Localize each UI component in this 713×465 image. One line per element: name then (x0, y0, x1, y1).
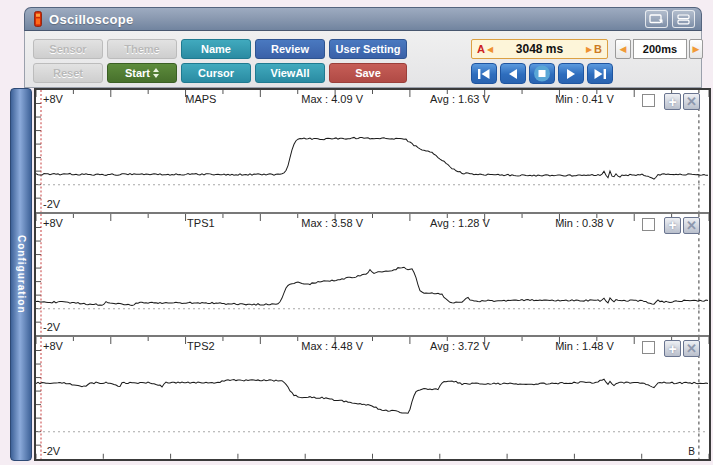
maps-min-value: Min : 0.41 V (555, 93, 614, 105)
tps1-zoom-in-button[interactable]: + (664, 217, 681, 234)
theme-button[interactable]: Theme (107, 39, 177, 59)
cursor-b-label-toolbar: B (594, 43, 602, 55)
channel-maps[interactable]: +8V MAPS Max : 4.09 V Avg : 1.63 V Min :… (36, 90, 709, 214)
skip-to-end-button[interactable] (587, 63, 613, 84)
tps2-min-value: Min : 1.48 V (555, 340, 614, 352)
tps1-max-value: Max : 3.58 V (301, 217, 363, 229)
configuration-tab-label: Configuration (16, 235, 27, 314)
window-title: Oscilloscope (49, 12, 134, 27)
tps2-zoom-in-button[interactable]: + (664, 340, 681, 357)
maps-scale-bottom: -2V (43, 198, 60, 210)
tps2-waveform-plot[interactable] (36, 337, 709, 459)
start-spinner-icon[interactable] (153, 68, 159, 78)
scope-area: Configuration +8V MAPS Max : 4.09 V Avg … (10, 88, 711, 461)
maps-max-value: Max : 4.09 V (301, 93, 363, 105)
tps2-scale-top: +8V (43, 340, 63, 352)
start-button[interactable]: Start (107, 63, 177, 83)
tps1-select-checkbox[interactable] (642, 218, 655, 231)
capture-icon[interactable] (645, 10, 668, 28)
window-layout-icon[interactable] (672, 10, 695, 28)
maps-select-checkbox[interactable] (642, 94, 655, 107)
save-button[interactable]: Save (329, 63, 407, 83)
tps1-channel-name: TPS1 (187, 217, 215, 229)
channel-stack: +8V MAPS Max : 4.09 V Avg : 1.63 V Min :… (34, 88, 711, 461)
tps2-max-value: Max : 4.48 V (301, 340, 363, 352)
play-button[interactable] (558, 63, 584, 84)
toolbar: Sensor Theme Name Review User Setting Re… (24, 31, 702, 88)
maps-scale-top: +8V (43, 93, 63, 105)
skip-to-start-button[interactable] (471, 63, 497, 84)
tps1-scale-bottom: -2V (43, 321, 60, 333)
maps-waveform-plot[interactable] (36, 90, 709, 212)
maps-zoom-in-button[interactable]: + (664, 93, 681, 110)
app-icon (34, 11, 42, 27)
channel-tps2[interactable]: +8V TPS2 Max : 4.48 V Avg : 3.72 V Min :… (36, 337, 709, 459)
tps2-select-checkbox[interactable] (642, 341, 655, 354)
maps-close-button[interactable]: ✕ (683, 93, 700, 110)
cursor-button[interactable]: Cursor (181, 63, 251, 83)
cursor-b-plot-label: B (688, 446, 695, 457)
tps2-channel-name: TPS2 (187, 340, 215, 352)
cursor-a-label: A (477, 43, 485, 55)
tps1-waveform-plot[interactable] (36, 214, 709, 336)
reset-button[interactable]: Reset (33, 63, 103, 83)
tps1-min-value: Min : 0.38 V (555, 217, 614, 229)
window-titlebar: Oscilloscope (24, 7, 702, 31)
configuration-panel-tab[interactable]: Configuration (10, 88, 32, 461)
ab-time-value: 3048 ms (495, 42, 584, 56)
tps2-avg-value: Avg : 3.72 V (430, 340, 490, 352)
user-setting-button[interactable]: User Setting (329, 39, 407, 59)
timebase-value: 200ms (633, 39, 687, 59)
tps2-scale-bottom: -2V (43, 445, 60, 457)
cursor-a-arrow-icon: ◀ (487, 45, 493, 54)
sensor-button[interactable]: Sensor (33, 39, 103, 59)
step-back-button[interactable] (500, 63, 526, 84)
maps-avg-value: Avg : 1.63 V (430, 93, 490, 105)
timebase-increase-button[interactable]: ▶ (689, 39, 703, 59)
cursor-b-arrow-icon: ▶ (586, 45, 592, 54)
review-button[interactable]: Review (255, 39, 325, 59)
tps1-avg-value: Avg : 1.28 V (430, 217, 490, 229)
channel-tps1[interactable]: +8V TPS1 Max : 3.58 V Avg : 1.28 V Min :… (36, 214, 709, 338)
tps2-close-button[interactable]: ✕ (683, 340, 700, 357)
viewall-button[interactable]: ViewAll (255, 63, 325, 83)
ab-cursor-readout[interactable]: A ◀ 3048 ms ▶ B (471, 39, 608, 59)
tps1-close-button[interactable]: ✕ (683, 217, 700, 234)
maps-channel-name: MAPS (185, 93, 216, 105)
name-button[interactable]: Name (181, 39, 251, 59)
timebase-decrease-button[interactable]: ◀ (615, 39, 631, 59)
stop-button[interactable] (529, 63, 555, 84)
transport-controls (471, 63, 613, 84)
tps1-scale-top: +8V (43, 217, 63, 229)
